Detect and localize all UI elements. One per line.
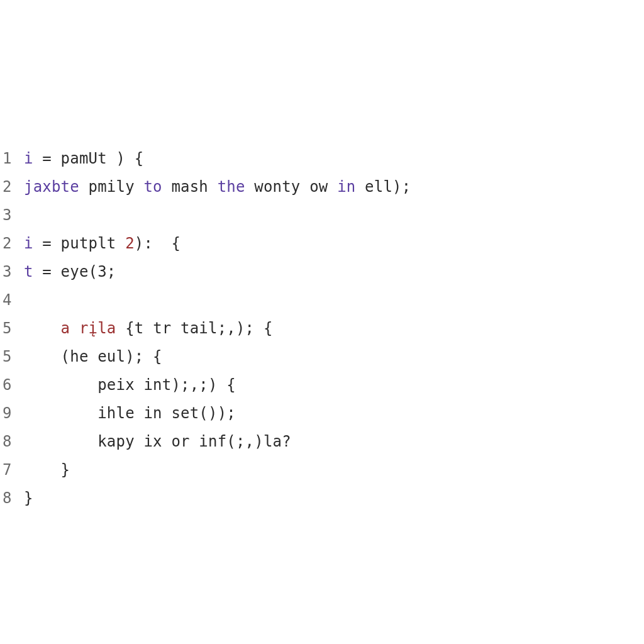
code-token: = pamUt ) { bbox=[33, 150, 144, 167]
line-number: 6 bbox=[0, 371, 21, 399]
code-line[interactable]: 8 kapy ix or inf(;,)la? bbox=[0, 428, 644, 456]
code-content[interactable]: (he eul); { bbox=[21, 343, 162, 371]
code-token: (he eul); { bbox=[61, 348, 162, 365]
code-token: } bbox=[61, 461, 70, 479]
code-token: to bbox=[143, 178, 162, 196]
code-token bbox=[70, 319, 79, 337]
indent bbox=[24, 348, 61, 365]
code-line[interactable]: 4 bbox=[0, 286, 644, 314]
line-number: 2 bbox=[0, 173, 21, 201]
code-token: ): { bbox=[135, 235, 180, 252]
code-token: 3 bbox=[97, 263, 107, 280]
code-content[interactable]: } bbox=[21, 456, 70, 484]
code-token: t bbox=[24, 263, 33, 280]
code-editor[interactable]: 1i = pamUt ) {2jaxbte pmily to mash the … bbox=[0, 145, 644, 513]
code-content[interactable]: peix int);,;) { bbox=[21, 371, 236, 399]
code-token: in bbox=[337, 178, 355, 196]
code-token: ; bbox=[107, 263, 116, 280]
code-token: i bbox=[24, 235, 33, 252]
code-line[interactable]: 9 ihle in set()); bbox=[0, 399, 644, 428]
code-token: i bbox=[24, 150, 33, 167]
indent bbox=[24, 433, 97, 450]
code-token: a bbox=[61, 319, 70, 337]
code-line[interactable]: 5 (he eul); { bbox=[0, 343, 644, 371]
line-number: 9 bbox=[0, 399, 21, 428]
code-content[interactable]: a rįla {t tr tail;,); { bbox=[21, 314, 273, 343]
code-line[interactable]: 2i = putplt 2): { bbox=[0, 230, 644, 258]
indent bbox=[24, 376, 97, 394]
line-number: 8 bbox=[0, 428, 21, 456]
code-token: {t tr tail;,); { bbox=[116, 319, 273, 337]
code-token: = eye( bbox=[33, 263, 98, 280]
code-token: ihle in set()); bbox=[97, 404, 236, 422]
code-token: mash bbox=[162, 178, 218, 196]
code-content[interactable]: ihle in set()); bbox=[21, 399, 236, 428]
code-content[interactable]: i = pamUt ) { bbox=[21, 145, 143, 173]
code-line[interactable]: 5 a rįla {t tr tail;,); { bbox=[0, 314, 644, 343]
line-number: 3 bbox=[0, 201, 21, 230]
code-token: pmily bbox=[79, 178, 144, 196]
code-content[interactable]: kapy ix or inf(;,)la? bbox=[21, 428, 291, 456]
line-number: 7 bbox=[0, 456, 21, 484]
code-token: } bbox=[24, 489, 33, 507]
code-token: = putplt bbox=[33, 235, 126, 252]
indent bbox=[24, 461, 61, 479]
code-content[interactable]: } bbox=[21, 484, 33, 513]
line-number: 4 bbox=[0, 286, 21, 314]
code-line[interactable]: 2jaxbte pmily to mash the wonty ow in el… bbox=[0, 173, 644, 201]
line-number: 8 bbox=[0, 484, 21, 513]
code-line[interactable]: 3t = eye(3; bbox=[0, 258, 644, 286]
code-token: rįla bbox=[79, 319, 116, 337]
code-token: jaxbte bbox=[24, 178, 79, 196]
code-token: the bbox=[218, 178, 245, 196]
line-number: 5 bbox=[0, 343, 21, 371]
code-line[interactable]: 6 peix int);,;) { bbox=[0, 371, 644, 399]
line-number: 2 bbox=[0, 230, 21, 258]
code-line[interactable]: 3 bbox=[0, 201, 644, 230]
line-number: 5 bbox=[0, 314, 21, 343]
code-line[interactable]: 7 } bbox=[0, 456, 644, 484]
code-content[interactable]: jaxbte pmily to mash the wonty ow in ell… bbox=[21, 173, 411, 201]
code-token: ell); bbox=[355, 178, 411, 196]
code-line[interactable]: 8} bbox=[0, 484, 644, 513]
code-token: wonty ow bbox=[245, 178, 338, 196]
code-content[interactable]: i = putplt 2): { bbox=[21, 230, 180, 258]
code-line[interactable]: 1i = pamUt ) { bbox=[0, 145, 644, 173]
code-token: 2 bbox=[125, 235, 135, 252]
indent bbox=[24, 404, 97, 422]
line-number: 1 bbox=[0, 145, 21, 173]
line-number: 3 bbox=[0, 258, 21, 286]
code-token: kapy ix or inf(;,)la? bbox=[97, 433, 291, 450]
code-content[interactable]: t = eye(3; bbox=[21, 258, 116, 286]
code-token: peix int);,;) { bbox=[97, 376, 236, 394]
indent bbox=[24, 319, 61, 337]
